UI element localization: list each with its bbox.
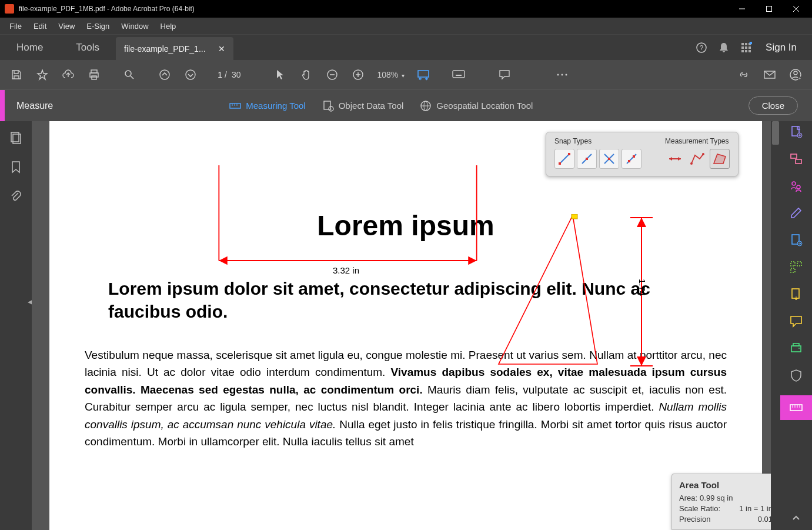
svg-point-40 <box>794 71 797 75</box>
svg-text:i: i <box>330 108 331 111</box>
vertical-distance-label: 1.74 <box>637 279 647 296</box>
bookmark-icon[interactable] <box>9 160 23 174</box>
ruler-icon <box>229 100 241 112</box>
area-value: 0.99 sq in <box>700 494 773 502</box>
svg-marker-66 <box>637 356 646 366</box>
save-icon[interactable] <box>5 63 28 86</box>
object-data-tool-button[interactable]: i Object Data Tool <box>322 100 404 112</box>
export-pdf-icon[interactable] <box>789 233 803 247</box>
object-data-tool-label: Object Data Tool <box>339 101 404 111</box>
combine-files-icon[interactable] <box>789 152 803 166</box>
share-review-icon[interactable] <box>789 179 803 193</box>
page-up-icon[interactable] <box>153 63 176 86</box>
star-icon[interactable] <box>31 63 54 86</box>
window-title: file-example_PDF_1MB.pdf - Adobe Acrobat… <box>19 5 729 13</box>
menu-help[interactable]: Help <box>155 18 182 34</box>
compress-icon[interactable] <box>789 287 803 301</box>
pointer-icon[interactable] <box>269 63 292 86</box>
svg-rect-16 <box>91 70 97 73</box>
snap-endpoint-icon[interactable] <box>554 149 574 169</box>
main-area: ◀ Lorem ipsum Lorem ipsum dolor sit amet… <box>0 121 812 530</box>
page-down-icon[interactable] <box>179 63 202 86</box>
more-icon[interactable] <box>550 63 574 86</box>
cloud-upload-icon[interactable] <box>56 63 80 86</box>
apps-grid-icon[interactable] <box>735 42 757 54</box>
thumbnails-icon[interactable] <box>9 131 23 145</box>
zoom-value: 108% <box>377 70 398 79</box>
print-production-icon[interactable] <box>789 341 803 355</box>
tab-document[interactable]: file-example_PDF_1... ✕ <box>116 37 233 61</box>
window-maximize-button[interactable] <box>756 0 783 18</box>
geospatial-tool-label: Geospatial Location Tool <box>436 101 533 111</box>
measure-tool-icon[interactable] <box>780 395 812 420</box>
help-icon[interactable]: ? <box>690 42 713 54</box>
hand-icon[interactable] <box>295 63 318 86</box>
distance-type-icon[interactable] <box>665 149 685 169</box>
horizontal-distance-overlay <box>202 165 493 271</box>
snap-midpoint-icon[interactable] <box>577 149 597 169</box>
search-icon[interactable] <box>118 63 141 86</box>
link-icon[interactable] <box>732 63 756 86</box>
horizontal-distance-label: 3.32 in <box>330 265 362 275</box>
edit-pdf-icon[interactable] <box>789 206 803 220</box>
create-pdf-icon[interactable] <box>789 125 803 139</box>
sign-in-button[interactable]: Sign In <box>757 42 805 54</box>
vertical-scrollbar[interactable] <box>771 121 780 530</box>
menu-file[interactable]: File <box>4 18 28 34</box>
main-toolbar: / 30 108%▾ + <box>0 60 812 89</box>
page-sep: / <box>225 70 227 79</box>
profile-icon[interactable]: + <box>784 63 807 86</box>
window-close-button[interactable] <box>783 0 810 18</box>
svg-rect-97 <box>791 346 801 352</box>
svg-point-22 <box>186 70 195 79</box>
measuring-tool-button[interactable]: Measuring Tool <box>229 100 305 112</box>
svg-rect-43 <box>230 104 240 108</box>
window-minimize-button[interactable] <box>729 0 756 18</box>
svg-rect-1 <box>767 6 772 12</box>
zoom-in-icon[interactable] <box>346 63 370 86</box>
area-type-icon[interactable] <box>710 149 730 169</box>
svg-rect-76 <box>628 160 630 162</box>
snap-types-title: Snap Types <box>554 137 641 145</box>
menu-esign[interactable]: E-Sign <box>81 18 115 34</box>
menu-view[interactable]: View <box>52 18 81 34</box>
tab-home[interactable]: Home <box>0 35 59 60</box>
keyboard-icon[interactable] <box>447 63 470 86</box>
snap-types-panel[interactable]: Snap Types Measurement Types <box>546 132 739 176</box>
svg-rect-100 <box>790 405 802 411</box>
tab-tools[interactable]: Tools <box>59 35 116 60</box>
snap-intersection-icon[interactable] <box>599 149 619 169</box>
zoom-out-icon[interactable] <box>320 63 344 86</box>
fit-width-icon[interactable] <box>412 63 435 86</box>
menu-window[interactable]: Window <box>115 18 154 34</box>
comment-icon[interactable] <box>493 63 516 86</box>
svg-point-19 <box>125 71 131 76</box>
svg-rect-17 <box>90 73 98 77</box>
svg-rect-94 <box>797 262 801 266</box>
tab-close-icon[interactable]: ✕ <box>212 44 225 54</box>
add-comment-icon[interactable] <box>789 314 803 328</box>
bell-icon[interactable] <box>713 42 735 54</box>
organize-icon[interactable] <box>789 260 803 274</box>
geospatial-tool-button[interactable]: Geospatial Location Tool <box>420 100 533 112</box>
document-viewport[interactable]: Lorem ipsum Lorem ipsum dolor sit amet, … <box>32 121 780 530</box>
svg-rect-13 <box>745 50 747 52</box>
snap-path-icon[interactable] <box>621 149 641 169</box>
attachment-icon[interactable] <box>9 189 23 204</box>
svg-rect-9 <box>741 46 744 49</box>
scale-value: 1 in = 1 in <box>739 504 773 513</box>
svg-rect-88 <box>796 159 801 164</box>
mail-icon[interactable] <box>758 63 781 86</box>
zoom-level-dropdown[interactable]: 108%▾ <box>372 70 409 79</box>
right-rail-collapse-icon[interactable] <box>789 511 803 525</box>
protect-icon[interactable] <box>789 368 803 382</box>
scrollbar-thumb[interactable] <box>772 121 779 145</box>
perimeter-type-icon[interactable] <box>687 149 707 169</box>
measure-close-button[interactable]: Close <box>748 96 798 115</box>
page-number-input[interactable] <box>205 70 222 79</box>
print-icon[interactable] <box>82 63 106 86</box>
svg-marker-79 <box>669 157 672 161</box>
svg-rect-93 <box>791 262 795 266</box>
menu-edit[interactable]: Edit <box>28 18 52 34</box>
svg-point-37 <box>566 74 567 76</box>
